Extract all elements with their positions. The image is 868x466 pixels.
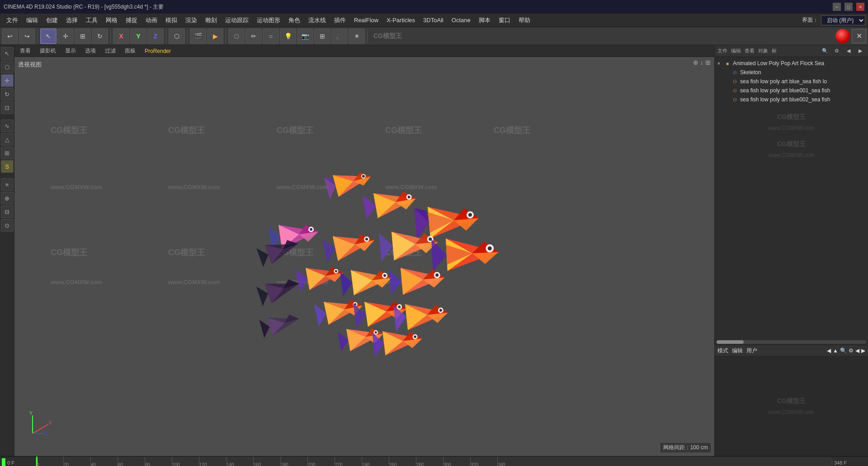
edit-label[interactable]: 编辑 <box>732 347 743 355</box>
light-tool[interactable]: 💡 <box>280 29 296 44</box>
interface-dropdown[interactable]: 启动 (用户) <box>821 15 865 25</box>
timeline-playhead[interactable] <box>36 456 38 466</box>
tab-prorender[interactable]: ProRender <box>142 47 174 55</box>
scale-tool[interactable]: ⊞ <box>75 29 91 44</box>
menu-simulate[interactable]: 模拟 <box>162 15 181 25</box>
render-view-button[interactable]: 🎬 <box>190 29 206 44</box>
menu-mograph[interactable]: 运动图形 <box>253 15 284 25</box>
axis-y-button[interactable]: Y <box>130 29 146 44</box>
motion-tool[interactable]: 🎥 <box>331 29 348 44</box>
left-tool-rotate[interactable]: ↻ <box>1 88 14 100</box>
nav-right-icon-2[interactable]: ▶ <box>861 347 865 354</box>
timeline: 0 F 0 20 40 60 80 100 120 140 160 180 20… <box>0 456 868 466</box>
left-tool-texture[interactable]: ⊞ <box>1 147 14 159</box>
menu-realflow[interactable]: RealFlow <box>350 16 382 24</box>
close-button[interactable]: ✕ <box>856 3 864 11</box>
menu-sculpt[interactable]: 雕刻 <box>202 15 221 25</box>
left-tool-arrow[interactable]: ↖ <box>1 47 14 60</box>
search-icon-2[interactable]: 🔍 <box>840 347 847 354</box>
menu-create[interactable]: 创建 <box>42 15 61 25</box>
left-tool-move[interactable]: ✛ <box>1 74 14 87</box>
tree-label-fish1: sea fish low poly art blue_sea fish lo <box>740 78 827 85</box>
minimize-button[interactable]: ─ <box>833 3 841 11</box>
tree-item-root[interactable]: ▼ ■ Animated Low Poly Pop Art Flock Sea <box>715 59 868 68</box>
user-label[interactable]: 用户 <box>746 347 757 355</box>
menu-render[interactable]: 渲染 <box>182 15 201 25</box>
camera-tool[interactable]: 📷 <box>297 29 313 44</box>
up-icon[interactable]: ▲ <box>833 347 838 354</box>
select-tool[interactable]: ↖ <box>40 29 57 44</box>
search-icon[interactable]: 🔍 <box>820 46 830 56</box>
object-icon: 对象 <box>758 48 768 54</box>
mode-label[interactable]: 模式 <box>717 347 728 355</box>
light2-tool[interactable]: ☀ <box>349 29 365 44</box>
menu-character[interactable]: 角色 <box>285 15 304 25</box>
menu-file[interactable]: 文件 <box>3 15 22 25</box>
menu-pipeline[interactable]: 流水线 <box>305 15 330 25</box>
tab-display[interactable]: 显示 <box>62 46 79 56</box>
timeline-ruler[interactable]: 0 20 40 60 80 100 120 140 160 180 200 22… <box>36 456 832 466</box>
menu-animate[interactable]: 动画 <box>142 15 161 25</box>
nav-right-icon[interactable]: ▶ <box>855 46 865 56</box>
menu-edit[interactable]: 编辑 <box>23 15 42 25</box>
tab-filter[interactable]: 过滤 <box>102 46 118 56</box>
toolbar-sep-5 <box>226 29 226 43</box>
settings-icon-2[interactable]: ⚙ <box>849 347 854 354</box>
menu-3dtoall[interactable]: 3DToAll <box>420 16 447 24</box>
tree-item-fish3[interactable]: ⚇ sea fish low poly art blue002_sea fish <box>715 95 868 104</box>
menu-help[interactable]: 帮助 <box>515 15 534 25</box>
tree-item-fish2[interactable]: ⚇ sea fish low poly art blue001_sea fish <box>715 86 868 95</box>
left-tool-magnet[interactable]: ⊕ <box>1 192 14 204</box>
sphere-tool[interactable]: ○ <box>263 29 279 44</box>
object-button[interactable]: ⬡ <box>169 29 185 44</box>
cube-tool[interactable]: □ <box>228 29 245 44</box>
menu-select[interactable]: 选择 <box>62 15 81 25</box>
menu-mesh[interactable]: 网格 <box>102 15 121 25</box>
left-tool-stack[interactable]: ⊟ <box>1 205 14 218</box>
right-scrollbar-track[interactable] <box>717 340 866 344</box>
left-tool-scale[interactable]: ⊡ <box>1 101 14 114</box>
menu-script[interactable]: 脚本 <box>475 15 494 25</box>
menu-window[interactable]: 窗口 <box>495 15 514 25</box>
axis-x-button[interactable]: X <box>113 29 129 44</box>
timeline-playhead-indicator <box>2 458 5 466</box>
menu-snap[interactable]: 捕捉 <box>122 15 141 25</box>
viewport[interactable]: 透视视图 ⊕ ↓ ⊞ CG模型王 CG模型王 CG模型王 CG模型王 CG模型王… <box>14 57 714 456</box>
axis-z-button[interactable]: Z <box>147 29 164 44</box>
tab-options[interactable]: 选项 <box>82 46 99 56</box>
maximize-button[interactable]: □ <box>844 3 853 11</box>
menu-xparticles[interactable]: X-Particles <box>383 16 419 24</box>
nav-left-icon[interactable]: ◀ <box>844 46 854 56</box>
left-tool-spline[interactable]: ∿ <box>1 119 14 132</box>
tab-camera[interactable]: 摄影机 <box>37 46 59 56</box>
render-button[interactable]: ▶ <box>207 29 223 44</box>
view-icon: 查看 <box>745 48 755 54</box>
left-tool-paint[interactable]: S <box>1 160 14 173</box>
left-tool-layer[interactable]: ≡ <box>1 178 14 191</box>
left-tool-polygon[interactable]: △ <box>1 133 14 146</box>
rotate-tool[interactable]: ↻ <box>92 29 108 44</box>
left-tool-bottom[interactable]: ⊙ <box>1 219 14 232</box>
menu-octane[interactable]: Octane <box>448 16 474 24</box>
grid-tool[interactable]: ⊞ <box>314 29 330 44</box>
mark-320: 320 <box>470 456 478 466</box>
redo-button[interactable]: ↪ <box>19 29 35 44</box>
tab-panel[interactable]: 面板 <box>122 46 138 56</box>
brush-tool[interactable]: ✏ <box>245 29 262 44</box>
fish-scene <box>14 57 714 456</box>
menu-plugins[interactable]: 插件 <box>330 15 349 25</box>
nav-left-icon-2[interactable]: ◀ <box>827 347 831 354</box>
tree-expand-root[interactable]: ▼ <box>717 61 722 66</box>
menu-motion-track[interactable]: 运动跟踪 <box>222 15 252 25</box>
tree-item-skeleton[interactable]: ⚇ Skeleton <box>715 68 868 77</box>
tab-view[interactable]: 查看 <box>17 46 33 56</box>
menu-tools[interactable]: 工具 <box>82 15 101 25</box>
move-tool[interactable]: ✛ <box>57 29 74 44</box>
undo-button[interactable]: ↩ <box>2 29 18 44</box>
tree-item-fish1[interactable]: ⚇ sea fish low poly art blue_sea fish lo <box>715 77 868 86</box>
right-scrollbar-thumb[interactable] <box>717 340 744 344</box>
settings-icon[interactable]: ⚙ <box>832 46 842 56</box>
nav-left-icon-3[interactable]: ◀ <box>855 347 859 354</box>
mark-120: 120 <box>199 456 207 466</box>
left-tool-object[interactable]: ⬡ <box>1 61 14 73</box>
